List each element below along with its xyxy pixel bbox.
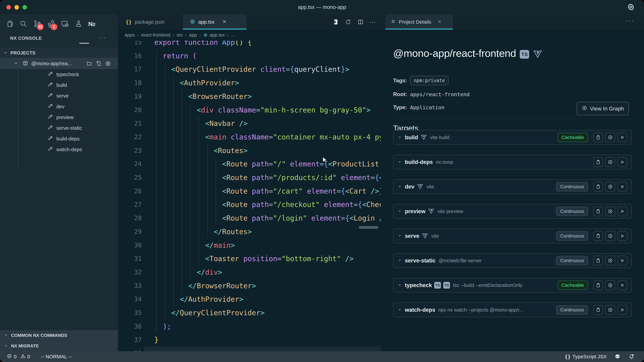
target-card-serve-static[interactable]: serve-static@nx/web:file-serverContinuou… [393, 253, 632, 268]
activity-item-files[interactable] [4, 17, 16, 30]
chevron-down-icon[interactable] [398, 233, 402, 238]
target-card-build[interactable]: buildvite buildCacheable [393, 130, 632, 145]
root-value: apps/react-frontend [410, 91, 470, 97]
list-icon [391, 19, 396, 25]
chevron-down-icon[interactable] [398, 307, 402, 312]
chevron-down-icon[interactable] [398, 135, 402, 139]
activity-item-remote-explorer[interactable] [59, 17, 71, 30]
sidebar-more-icon[interactable]: ··· [98, 34, 106, 41]
chevron-down-icon[interactable] [398, 283, 402, 287]
problems-status[interactable]: 0 0 [7, 354, 30, 360]
target-icon[interactable] [105, 60, 111, 67]
play-button[interactable] [618, 256, 627, 266]
tab-package-json[interactable]: {} package.json [118, 14, 183, 29]
copilot-icon[interactable] [614, 353, 621, 360]
close-icon[interactable] [437, 19, 442, 24]
copy-button[interactable] [593, 206, 603, 216]
copy-button[interactable] [593, 182, 603, 192]
eye-graph-button[interactable] [606, 305, 615, 315]
activity-item-source-control[interactable]: 32 [31, 17, 43, 30]
projects-section-header[interactable]: PROJECTS [0, 48, 118, 58]
activity-item-nx[interactable]: N≥ [86, 17, 98, 30]
eye-graph-button[interactable] [606, 157, 615, 167]
target-name: build [405, 134, 418, 141]
nx-icon: N≥ [88, 19, 96, 28]
more-actions-icon[interactable]: ··· [370, 18, 376, 25]
eye-graph-button[interactable] [606, 256, 615, 266]
code-text: <Toaster position="bottom-right" /> [154, 252, 354, 266]
play-button[interactable] [618, 157, 627, 167]
refresh-icon[interactable] [345, 18, 352, 25]
target-card-watch-deps[interactable]: watch-depsnpx nx watch --projects @mono-… [393, 303, 632, 317]
close-icon[interactable] [437, 19, 442, 25]
eye-graph-icon [582, 105, 587, 112]
type-row: Type: Application [393, 104, 444, 110]
target-card-dev[interactable]: devviteContinuous [393, 179, 632, 194]
gear-icon[interactable] [626, 3, 635, 12]
list-icon [391, 19, 396, 24]
play-button[interactable] [618, 305, 627, 315]
view-in-graph-button[interactable]: View In Graph [576, 102, 629, 115]
project-details-panel: Project Details ··· @mono-app/react-fron… [381, 14, 644, 351]
code-line: 16 return ( [118, 49, 381, 63]
copy-button[interactable] [593, 280, 603, 290]
chevron-down-icon[interactable] [398, 160, 402, 164]
target-card-serve[interactable]: serveviteContinuous [393, 229, 632, 243]
chevron-right-icon [4, 333, 8, 337]
target-command: npx nx watch --projects @mono-app/r... [438, 307, 524, 313]
chevron-down-icon[interactable] [398, 209, 402, 213]
target-card-typecheck[interactable]: typecheckTSTStsc --build --emitDeclarati… [393, 278, 632, 293]
titlebar: app.tsx — mono-app [0, 0, 644, 14]
copy-button[interactable] [593, 157, 603, 167]
copy-button[interactable] [593, 305, 603, 315]
run-target-icon[interactable] [332, 18, 339, 25]
play-button[interactable] [618, 206, 627, 216]
line-number: 33 [118, 279, 142, 293]
target-card-preview[interactable]: previewvite previewContinuous [393, 204, 632, 219]
copy-button[interactable] [593, 231, 603, 241]
breadcrumb-item[interactable]: react-frontend [141, 32, 170, 38]
tab-project-details[interactable]: Project Details [386, 14, 453, 29]
play-button[interactable] [618, 280, 627, 290]
breadcrumb-item[interactable]: ... [231, 32, 235, 38]
language-mode[interactable]: {} TypeScript JSX [565, 354, 607, 360]
wrench-icon [47, 71, 53, 77]
play-button[interactable] [618, 133, 627, 142]
chevron-down-icon[interactable] [398, 258, 402, 263]
breadcrumb-item[interactable]: app.tsx [203, 32, 224, 38]
breadcrumb-item[interactable]: app [189, 32, 197, 38]
badge: 32 [37, 23, 44, 30]
line-number: 32 [118, 266, 142, 279]
chevron-down-icon[interactable] [398, 184, 402, 189]
folder-icon[interactable] [86, 60, 92, 67]
split-editor-icon[interactable] [357, 18, 364, 25]
eye-graph-button[interactable] [606, 231, 615, 241]
eye-graph-button[interactable] [606, 182, 615, 192]
eye-graph-button[interactable] [606, 280, 615, 290]
bell-icon[interactable] [628, 354, 634, 360]
eye-graph-button[interactable] [606, 206, 615, 216]
scrollbar[interactable] [359, 226, 378, 229]
copy-button[interactable] [593, 256, 603, 266]
copy-button[interactable] [593, 133, 603, 142]
target-card-build-deps[interactable]: build-depsnx:noop [393, 155, 632, 169]
activity-item-extensions[interactable]: 1 [45, 17, 57, 30]
chevron-right-icon [4, 344, 8, 349]
project-row[interactable]: @mono-app/rea... [0, 58, 118, 69]
activity-item-beaker[interactable] [72, 17, 84, 30]
sidebar-section-nx-migrate[interactable]: NX MIGRATE [0, 341, 118, 351]
more-actions-icon[interactable]: ··· [626, 17, 634, 24]
close-icon[interactable] [222, 19, 227, 24]
eye-graph-button[interactable] [606, 133, 615, 142]
package-icon [22, 60, 28, 67]
sidebar-section-common-nx-commands[interactable]: COMMON NX COMMANDS [0, 330, 118, 341]
play-button[interactable] [618, 182, 627, 192]
code-editor[interactable]: 38 15export function App() {16 return (1… [118, 40, 381, 351]
activity-item-search[interactable] [18, 17, 30, 30]
tab-app-tsx[interactable]: app.tsx [183, 14, 246, 29]
breadcrumb-item[interactable]: src [176, 32, 183, 38]
file-new-icon[interactable] [96, 60, 102, 67]
play-button[interactable] [618, 231, 627, 241]
breadcrumb-item[interactable]: apps [124, 32, 135, 38]
close-icon[interactable] [222, 19, 227, 25]
